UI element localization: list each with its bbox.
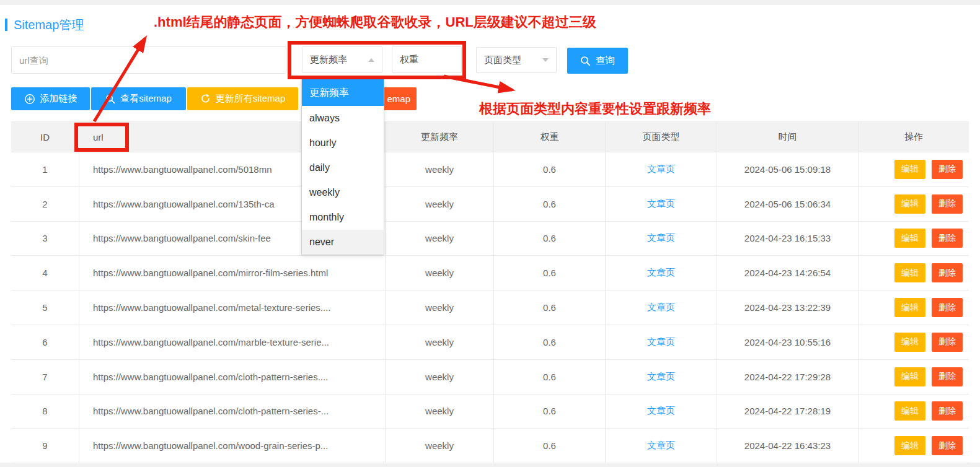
delete-button[interactable]: 删除 <box>932 263 963 282</box>
update-all-sitemap-label: 更新所有sitemap <box>216 93 286 105</box>
delete-button[interactable]: 删除 <box>932 436 963 455</box>
table-row: 2https://www.bangtuowallpanel.com/135th-… <box>11 187 969 222</box>
annotation-note-frequency: 根据页面类型内容重要性设置跟新频率 <box>479 100 711 118</box>
delete-button[interactable]: 删除 <box>932 367 963 386</box>
delete-button[interactable]: 删除 <box>932 160 963 179</box>
update-all-sitemap-button[interactable]: 更新所有sitemap <box>187 87 298 110</box>
edit-button[interactable]: 编辑 <box>894 160 925 179</box>
column-header-col4: 页面类型 <box>606 122 717 152</box>
edit-button[interactable]: 编辑 <box>894 333 925 352</box>
table-row: 1https://www.bangtuowallpanel.com/5018mn… <box>11 152 969 187</box>
top-page-margin <box>0 0 980 5</box>
cell-time: 2024-04-23 14:26:54 <box>717 256 859 290</box>
delete-button[interactable]: 删除 <box>932 229 963 248</box>
cell-id: 3 <box>11 222 79 256</box>
edit-button[interactable]: 编辑 <box>894 263 925 282</box>
page-type-link[interactable]: 文章页 <box>647 336 675 348</box>
frequency-dropdown-list: 更新频率alwayshourlydailyweeklymonthlynever <box>301 79 384 255</box>
weight-select[interactable]: 权重 <box>392 46 462 73</box>
cell-operations: 编辑删除 <box>859 222 969 256</box>
dropdown-option-hourly[interactable]: hourly <box>302 131 384 155</box>
page-title: Sitemap管理 <box>14 17 84 33</box>
cell-page-type: 文章页 <box>606 152 717 186</box>
edit-button[interactable]: 编辑 <box>894 436 925 455</box>
cell-page-type: 文章页 <box>606 222 717 256</box>
cell-operations: 编辑删除 <box>859 290 969 325</box>
cell-url: https://www.bangtuowallpanel.com/marble-… <box>79 325 386 359</box>
view-sitemap-button[interactable]: 查看sitemap <box>91 87 186 110</box>
column-header-col2: 更新频率 <box>386 122 494 152</box>
cell-page-type: 文章页 <box>606 187 717 221</box>
page-type-link[interactable]: 文章页 <box>647 198 675 210</box>
page-type-link[interactable]: 文章页 <box>647 232 675 244</box>
delete-button[interactable]: 删除 <box>932 194 963 214</box>
delete-button[interactable]: 删除 <box>932 333 963 352</box>
edit-button[interactable]: 编辑 <box>894 194 925 214</box>
cell-url: https://www.bangtuowallpanel.com/cloth-p… <box>79 395 386 429</box>
cell-page-type: 文章页 <box>606 325 717 359</box>
cell-id: 5 <box>11 290 79 325</box>
dropdown-option-更新频率[interactable]: 更新频率 <box>302 79 384 106</box>
url-search-field[interactable] <box>11 46 286 74</box>
cell-id: 8 <box>11 395 79 429</box>
cell-weight: 0.6 <box>494 360 606 394</box>
cell-id: 1 <box>11 152 79 186</box>
column-header-col5: 时间 <box>717 122 859 152</box>
chevron-up-icon <box>368 58 374 62</box>
cell-url: https://www.bangtuowallpanel.com/mirror-… <box>79 256 386 290</box>
edit-button[interactable]: 编辑 <box>894 401 925 421</box>
edit-button[interactable]: 编辑 <box>894 229 925 248</box>
search-button[interactable]: 查询 <box>567 48 628 74</box>
cell-id: 7 <box>11 360 79 394</box>
title-accent-bar <box>5 19 7 31</box>
cell-operations: 编辑删除 <box>859 360 969 394</box>
frequency-select-value: 更新频率 <box>310 54 347 66</box>
cell-frequency: weekly <box>386 429 494 463</box>
cell-frequency: weekly <box>386 256 494 290</box>
cell-weight: 0.6 <box>494 222 606 256</box>
sitemap-table: IDurl更新频率权重页面类型时间操作 1https://www.bangtuo… <box>11 121 969 463</box>
page-type-link[interactable]: 文章页 <box>647 371 675 383</box>
page-type-link[interactable]: 文章页 <box>647 267 675 279</box>
cell-operations: 编辑删除 <box>859 325 969 359</box>
cell-id: 2 <box>11 187 79 221</box>
edit-button[interactable]: 编辑 <box>894 298 925 317</box>
cell-time: 2024-04-23 10:55:16 <box>717 325 859 359</box>
table-row: 7https://www.bangtuowallpanel.com/cloth-… <box>11 360 969 395</box>
page-type-link[interactable]: 文章页 <box>647 440 675 452</box>
cell-page-type: 文章页 <box>606 360 717 394</box>
add-link-button[interactable]: 添加链接 <box>11 87 90 110</box>
search-button-label: 查询 <box>596 55 616 68</box>
column-header-id: ID <box>11 122 79 152</box>
column-header-col3: 权重 <box>494 122 606 152</box>
cell-weight: 0.6 <box>494 152 606 186</box>
cell-weight: 0.6 <box>494 256 606 290</box>
dropdown-option-monthly[interactable]: monthly <box>302 205 384 230</box>
cell-frequency: weekly <box>386 152 494 186</box>
dropdown-option-never[interactable]: never <box>302 230 384 255</box>
cell-frequency: weekly <box>386 325 494 359</box>
page-type-link[interactable]: 文章页 <box>647 164 675 175</box>
view-sitemap-label: 查看sitemap <box>120 93 172 105</box>
page-type-link[interactable]: 文章页 <box>647 302 675 313</box>
dropdown-option-weekly[interactable]: weekly <box>302 180 384 205</box>
cell-frequency: weekly <box>386 290 494 325</box>
add-link-label: 添加链接 <box>40 93 77 105</box>
dropdown-option-daily[interactable]: daily <box>302 155 384 180</box>
cell-time: 2024-05-06 15:06:34 <box>717 187 859 221</box>
cell-operations: 编辑删除 <box>859 187 969 221</box>
cell-weight: 0.6 <box>494 325 606 359</box>
url-search-input[interactable] <box>19 55 278 66</box>
delete-button[interactable]: 删除 <box>932 401 963 421</box>
page-type-select[interactable]: 页面类型 <box>476 47 557 73</box>
cell-time: 2024-04-23 13:22:39 <box>717 290 859 325</box>
cell-frequency: weekly <box>386 395 494 429</box>
frequency-select[interactable]: 更新频率 <box>302 46 382 73</box>
delete-button[interactable]: 删除 <box>932 298 963 317</box>
cell-operations: 编辑删除 <box>859 395 969 429</box>
cell-weight: 0.6 <box>494 395 606 429</box>
weight-select-value: 权重 <box>400 54 418 66</box>
page-type-link[interactable]: 文章页 <box>647 405 675 417</box>
edit-button[interactable]: 编辑 <box>894 367 925 386</box>
dropdown-option-always[interactable]: always <box>302 106 384 131</box>
